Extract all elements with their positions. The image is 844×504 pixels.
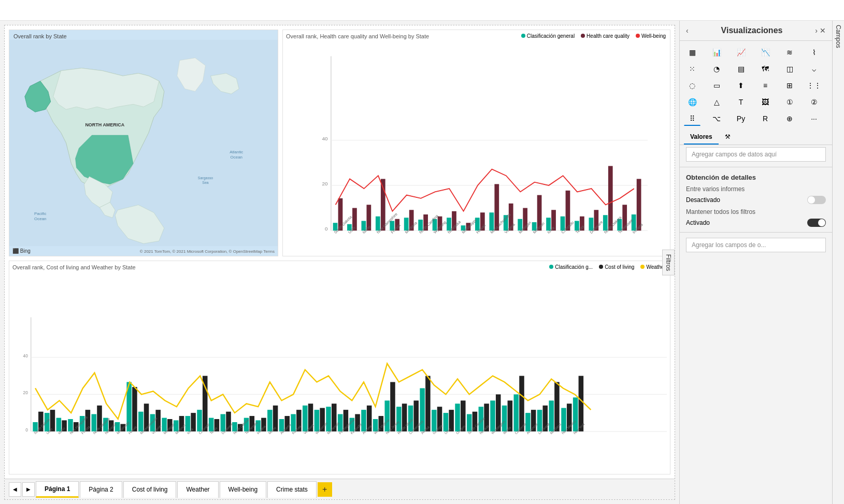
tab-prev-btn[interactable]: ◀ (9, 482, 21, 497)
viz-custom2[interactable]: ② (806, 95, 822, 109)
viz-column-chart[interactable]: 📊 (708, 45, 725, 60)
svg-rect-168 (490, 400, 495, 431)
legend-wellbeing: Well-being (636, 33, 666, 39)
mantener-filtros-toggle-row: Activado (680, 217, 832, 229)
viz-custom3[interactable]: ⌥ (708, 111, 725, 126)
legend-bottom-cost: Cost of living (599, 264, 634, 270)
panel-close-btn[interactable]: ✕ (820, 26, 826, 35)
svg-text:NORTH AMERICA: NORTH AMERICA (85, 122, 124, 127)
svg-rect-107 (132, 387, 137, 431)
charts-row-top: Overall rank by State (5, 25, 675, 258)
bottom-legend: Clasificación g... Cost of living Weathe… (549, 264, 666, 270)
viz-textbox[interactable]: T (733, 95, 749, 109)
svg-rect-162 (455, 404, 460, 431)
viz-kpi[interactable]: ⬆ (733, 78, 749, 93)
viz-more[interactable]: ··· (806, 111, 822, 126)
svg-text:Sea: Sea (202, 181, 209, 184)
map-title: Overall rank by State (13, 33, 67, 39)
legend-healthcare: Health care quality (581, 33, 630, 39)
tab-pagina1[interactable]: Página 1 (36, 481, 79, 498)
viz-linebar[interactable]: ⠿ (684, 111, 700, 126)
valores-tab[interactable]: Valores (684, 130, 719, 145)
tab-add-btn[interactable]: + (318, 482, 332, 497)
svg-text:Ocean: Ocean (231, 155, 242, 160)
svg-text:20: 20 (322, 181, 328, 186)
viz-scatter[interactable]: ⁙ (684, 62, 700, 76)
svg-rect-182 (573, 397, 578, 431)
svg-text:Sargasso: Sargasso (198, 176, 213, 180)
tab-weather[interactable]: Weather (177, 481, 218, 498)
svg-rect-161 (449, 410, 454, 431)
svg-rect-172 (514, 394, 519, 431)
linebar-legend: Clasificación general Health care qualit… (521, 33, 666, 39)
viz-waterfall[interactable]: ⌇ (806, 45, 822, 60)
top-bar (0, 0, 844, 21)
tab-bar: ◀ ▶ Página 1 Página 2 Cost of living Wea… (5, 479, 675, 499)
tab-cost-of-living[interactable]: Cost of living (123, 481, 177, 498)
svg-text:40: 40 (322, 136, 328, 141)
entre-informes-label: Entre varios informes (680, 183, 832, 194)
viz-custom5[interactable]: R (757, 111, 774, 126)
desactivado-label: Desactivado (686, 196, 720, 204)
svg-text:0: 0 (25, 427, 28, 433)
tab-wellbeing[interactable]: Well-being (220, 481, 266, 498)
viz-filled-map[interactable]: ◫ (781, 62, 798, 76)
viz-bar-chart[interactable]: ▦ (684, 45, 700, 60)
svg-rect-157 (425, 376, 431, 431)
viz-ribbon-chart[interactable]: ≋ (781, 45, 798, 60)
viz-grid: ▦ 📊 📈 📉 ≋ ⌇ ⁙ ◔ ▤ 🗺 ◫ ⌵ ◌ ▭ ⬆ ≡ ⊞ ⋮⋮ (680, 41, 832, 130)
add-data-fields-btn[interactable]: Agregar campos de datos aquí (686, 147, 826, 162)
viz-shape[interactable]: △ (708, 95, 725, 109)
filtros-tab[interactable]: Filtros (662, 249, 675, 276)
bing-logo: ⬛ Bing (12, 248, 31, 254)
viz-area-chart[interactable]: 📉 (757, 45, 774, 60)
viz-slicer[interactable]: ≡ (757, 78, 774, 93)
svg-rect-150 (384, 400, 390, 431)
viz-funnel[interactable]: ⌵ (806, 62, 822, 76)
svg-text:Ocean: Ocean (34, 217, 46, 221)
bottom-panel: Overall rank, Cost of living and Weather… (9, 261, 670, 474)
tab-pagina2[interactable]: Página 2 (80, 481, 122, 498)
map-copyright: © 2021 TomTom, © 2021 Microsoft Corporat… (140, 249, 275, 254)
viz-azuremap[interactable]: 🌐 (684, 95, 700, 109)
right-panel: ‹ Visualizaciones › ✕ ▦ 📊 📈 📉 ≋ ⌇ ⁙ ◔ ▤ (679, 21, 832, 504)
svg-text:40: 40 (23, 353, 28, 358)
svg-text:20: 20 (23, 390, 28, 395)
agregar-campos-btn[interactable]: Agregar los campos de o... (686, 238, 826, 252)
svg-text:0: 0 (325, 226, 328, 232)
viz-table[interactable]: ⊞ (781, 78, 798, 93)
map-panel: Overall rank by State (9, 30, 278, 256)
panel-forward-btn[interactable]: › (815, 26, 818, 35)
panel-title: Visualizaciones (721, 26, 783, 35)
svg-text:Atlantic: Atlantic (230, 150, 243, 154)
viz-matrix[interactable]: ⋮⋮ (806, 78, 822, 93)
legend-general: Clasificación general (521, 33, 575, 39)
viz-map[interactable]: 🗺 (757, 62, 774, 76)
legend-bottom-general: Clasificación g... (549, 264, 593, 270)
detalles-section-title: Obtención de detalles (680, 170, 832, 183)
panel-back-btn[interactable]: ‹ (686, 26, 689, 35)
viz-gauge[interactable]: ◌ (684, 78, 700, 93)
right-panel-header: ‹ Visualizaciones › ✕ (680, 21, 832, 41)
svg-rect-178 (549, 400, 554, 431)
viz-pie[interactable]: ◔ (708, 62, 725, 76)
viz-custom1[interactable]: ① (781, 95, 798, 109)
tab-next-btn[interactable]: ▶ (22, 482, 35, 497)
viz-custom4[interactable]: Py (733, 111, 749, 126)
viz-card[interactable]: ▭ (708, 78, 725, 93)
linebar-panel: Overall rank, Health care quality and We… (282, 30, 670, 256)
mantener-filtros-toggle[interactable] (807, 219, 826, 227)
campos-tab[interactable]: Campos (832, 21, 844, 504)
svg-rect-54 (608, 166, 613, 231)
mantener-filtros-label: Mantener todos los filtros (680, 206, 832, 217)
tab-crime-stats[interactable]: Crime stats (267, 481, 317, 498)
viz-treemap[interactable]: ▤ (733, 62, 749, 76)
entre-informes-toggle[interactable] (807, 196, 826, 204)
charts-row-bottom: Overall rank, Cost of living and Weather… (5, 258, 675, 479)
canvas-area: Filtros Overall rank by State (4, 25, 675, 500)
viz-line-chart[interactable]: 📈 (733, 45, 749, 60)
viz-image[interactable]: 🖼 (757, 95, 774, 109)
format-tab[interactable]: ⚒ (719, 130, 737, 145)
viz-custom6[interactable]: ⊕ (781, 111, 798, 126)
svg-text:Pacific: Pacific (34, 211, 46, 216)
